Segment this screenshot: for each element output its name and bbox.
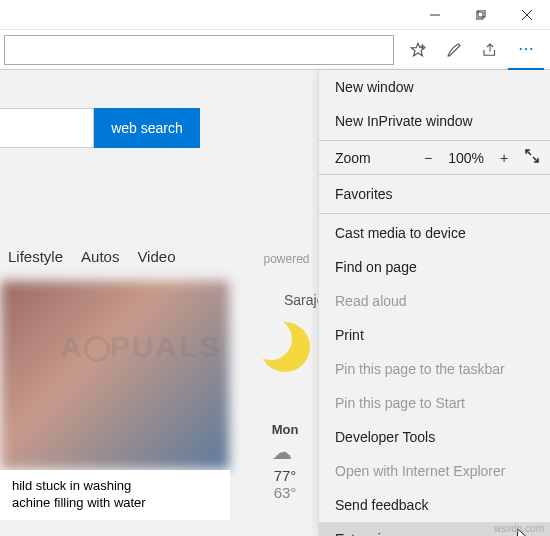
fullscreen-button[interactable] — [524, 149, 540, 166]
menu-favorites[interactable]: Favorites — [319, 177, 550, 211]
favorites-icon[interactable] — [400, 30, 436, 70]
notes-icon[interactable] — [436, 30, 472, 70]
menu-cast[interactable]: Cast media to device — [319, 216, 550, 250]
menu-separator — [319, 174, 550, 175]
address-bar[interactable] — [4, 35, 394, 65]
cloud-icon: ☁ — [272, 440, 292, 464]
forecast-low: 63° — [260, 484, 310, 501]
menu-developer-tools[interactable]: Developer Tools — [319, 420, 550, 454]
menu-zoom-row: Zoom − 100% + — [319, 143, 550, 172]
browser-toolbar — [0, 30, 550, 70]
menu-new-window[interactable]: New window — [319, 70, 550, 104]
zoom-in-button[interactable]: + — [496, 150, 512, 166]
menu-send-feedback[interactable]: Send feedback — [319, 488, 550, 522]
moon-icon — [260, 322, 320, 382]
menu-print[interactable]: Print — [319, 318, 550, 352]
powered-label: powered — [263, 252, 309, 266]
svg-point-9 — [520, 47, 522, 49]
menu-separator — [319, 213, 550, 214]
menu-open-ie: Open with Internet Explorer — [319, 454, 550, 488]
forecast-day-label: Mon — [260, 422, 310, 437]
menu-find[interactable]: Find on page — [319, 250, 550, 284]
svg-rect-2 — [478, 10, 485, 17]
menu-read-aloud: Read aloud — [319, 284, 550, 318]
minimize-button[interactable] — [412, 0, 458, 30]
search-bar: web search — [0, 108, 200, 148]
tab-autos[interactable]: Autos — [81, 248, 119, 266]
settings-menu: New window New InPrivate window Zoom − 1… — [318, 70, 550, 536]
svg-point-10 — [525, 47, 527, 49]
menu-extensions-label: Extensions — [335, 531, 403, 536]
menu-new-inprivate[interactable]: New InPrivate window — [319, 104, 550, 138]
menu-pin-start: Pin this page to Start — [319, 386, 550, 420]
restore-button[interactable] — [458, 0, 504, 30]
tab-lifestyle[interactable]: Lifestyle — [8, 248, 63, 266]
news-card-image[interactable] — [0, 280, 230, 470]
forecast-high: 77° — [260, 467, 310, 484]
forecast-day: Mon ☁ 77° 63° — [260, 422, 310, 501]
share-icon[interactable] — [472, 30, 508, 70]
image-attribution: wsxdn.com — [494, 523, 544, 534]
window-titlebar — [0, 0, 550, 30]
zoom-label: Zoom — [335, 150, 371, 166]
menu-pin-taskbar: Pin this page to the taskbar — [319, 352, 550, 386]
news-card-caption: hild stuck in washing achine filling wit… — [0, 470, 230, 520]
svg-rect-1 — [476, 12, 483, 19]
zoom-value: 100% — [448, 150, 484, 166]
close-button[interactable] — [504, 0, 550, 30]
tab-video[interactable]: Video — [137, 248, 175, 266]
menu-separator — [319, 140, 550, 141]
svg-point-11 — [530, 47, 532, 49]
nav-tabs: Lifestyle Autos Video powered — [8, 248, 310, 266]
zoom-out-button[interactable]: − — [420, 150, 436, 166]
search-input[interactable] — [0, 108, 94, 148]
more-icon[interactable] — [508, 30, 544, 70]
web-search-button[interactable]: web search — [94, 108, 200, 148]
